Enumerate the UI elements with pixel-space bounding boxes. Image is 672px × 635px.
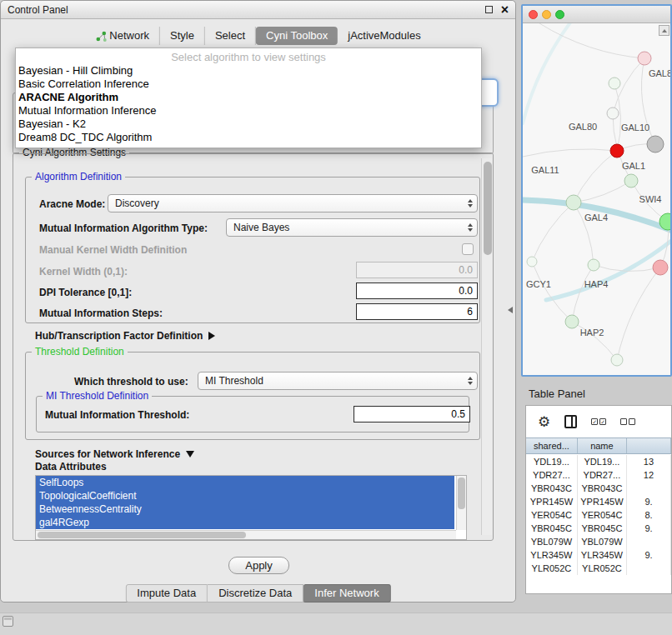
network-edge[interactable] <box>574 151 617 202</box>
algorithm-popup-list: Bayesian - Hill ClimbingBasic Correlatio… <box>16 64 481 144</box>
which-threshold-value: MI Threshold <box>205 375 464 387</box>
table-row[interactable]: YBR045CYBR045C9. <box>526 522 671 535</box>
algorithm-popup-item[interactable]: ARACNE Algorithm <box>16 91 481 104</box>
algorithm-popup-item[interactable]: Basic Correlation Inference <box>16 78 481 91</box>
manual-kernel-label: Manual Kernel Width Definition <box>39 244 187 256</box>
mi-threshold-group: MI Threshold Definition Mutual Informati… <box>36 396 469 432</box>
network-node[interactable] <box>527 257 537 267</box>
zoom-traffic-light-icon[interactable] <box>555 10 564 19</box>
tab-style[interactable]: Style <box>160 27 205 45</box>
scrollbar-thumb[interactable] <box>458 478 465 509</box>
network-edge[interactable] <box>532 202 574 262</box>
apply-button[interactable]: Apply <box>228 557 289 574</box>
panel-splitter-collapse-icon[interactable] <box>508 307 513 313</box>
mi-threshold-field[interactable]: 0.5 <box>354 406 470 422</box>
kernel-width-field[interactable]: 0.0 <box>356 262 478 278</box>
network-node[interactable] <box>607 108 619 119</box>
which-threshold-select[interactable]: MI Threshold <box>198 372 478 390</box>
sources-toggle[interactable]: Sources for Network Inference <box>35 446 194 461</box>
select-all-icon[interactable]: ✓✓ <box>591 418 606 425</box>
network-node[interactable] <box>610 144 624 158</box>
minimized-panel-icon[interactable] <box>3 616 13 627</box>
attribute-item[interactable]: BetweennessCentrality <box>36 502 454 516</box>
minimize-traffic-light-icon[interactable] <box>542 10 551 19</box>
expand-down-icon <box>186 451 194 458</box>
table-cell: YDL19... <box>578 455 627 468</box>
network-node[interactable] <box>638 52 651 65</box>
mi-steps-field[interactable]: 6 <box>356 303 478 320</box>
network-window-titlebar[interactable] <box>523 6 670 23</box>
network-edge[interactable] <box>532 262 572 322</box>
column-selector-icon[interactable] <box>564 415 577 428</box>
attribute-item[interactable]: SelfLoops <box>36 476 454 489</box>
manual-kernel-checkbox[interactable] <box>462 243 474 255</box>
network-edge[interactable] <box>574 181 631 202</box>
algorithm-popup-item[interactable]: Mutual Information Inference <box>16 104 481 118</box>
column-header-name[interactable]: name <box>578 438 627 453</box>
tab-select[interactable]: Select <box>205 27 256 45</box>
algorithm-popup-item[interactable]: Bayesian - K2 <box>16 118 481 131</box>
network-node[interactable] <box>588 259 599 271</box>
network-node[interactable] <box>624 174 638 188</box>
network-edge[interactable] <box>539 23 644 58</box>
network-node[interactable] <box>566 195 581 210</box>
column-header-shared-name[interactable]: shared... <box>526 438 578 453</box>
control-panel-title: Control Panel <box>8 4 68 16</box>
scroll-up-button[interactable] <box>659 25 669 36</box>
close-icon[interactable]: × <box>501 4 509 16</box>
attributes-horizontal-scrollbar[interactable] <box>36 530 456 539</box>
network-canvas[interactable]: GAL8GAL80GAL10GAL11GAL1SWI4GAL4GCY1HAP4H… <box>523 23 670 375</box>
network-node-label: SWI4 <box>639 194 662 204</box>
tab-impute-data[interactable]: Impute Data <box>125 584 208 602</box>
network-edge[interactable] <box>617 268 660 360</box>
attribute-item[interactable]: gal4RGexp <box>36 516 454 529</box>
network-node[interactable] <box>611 354 623 366</box>
float-window-icon[interactable] <box>485 6 493 13</box>
table-row[interactable]: YDL19...YDL19...13 <box>526 455 671 468</box>
attributes-vertical-scrollbar[interactable] <box>456 476 466 530</box>
table-cell: YLR052C <box>578 562 627 575</box>
tab-jactivemodules[interactable]: jActiveModules <box>338 27 430 45</box>
tab-cyni-toolbox[interactable]: Cyni Toolbox <box>256 27 338 45</box>
table-row[interactable]: YDR27...YDR27...12 <box>526 468 671 482</box>
close-traffic-light-icon[interactable] <box>529 10 538 19</box>
tab-network[interactable]: Network <box>85 27 160 45</box>
column-header-extra[interactable] <box>627 438 671 453</box>
data-attributes-list[interactable]: SelfLoopsTopologicalCoefficientBetweenne… <box>35 475 467 540</box>
attribute-item[interactable]: TopologicalCoefficient <box>36 489 454 502</box>
network-edge[interactable] <box>523 23 573 123</box>
settings-vertical-scrollbar[interactable] <box>481 158 492 535</box>
threshold-definition-group: Threshold Definition Which threshold to … <box>25 352 480 440</box>
network-node[interactable] <box>653 260 668 275</box>
table-header-row: shared... name <box>526 438 671 454</box>
scrollbar-thumb[interactable] <box>38 532 246 538</box>
scrollbar-thumb[interactable] <box>484 162 492 255</box>
tab-infer-network[interactable]: Infer Network <box>303 584 390 602</box>
gear-icon[interactable]: ⚙ <box>538 415 550 429</box>
mi-type-select[interactable]: Naive Bayes <box>226 218 478 237</box>
control-panel-titlebar[interactable]: Control Panel × <box>1 1 515 19</box>
network-node[interactable] <box>565 315 579 328</box>
table-row[interactable]: YER054CYER054C8. <box>526 508 671 522</box>
table-row[interactable]: YPR145WYPR145W9. <box>526 495 671 508</box>
network-edge[interactable] <box>523 149 617 157</box>
table-row[interactable]: YLR345WYLR345W9. <box>526 548 671 562</box>
dpi-tolerance-field[interactable]: 0.0 <box>356 282 478 299</box>
control-panel-tabbar: Network Style Select Cyni Toolbox jActiv… <box>85 26 430 46</box>
network-node[interactable] <box>647 136 664 152</box>
hub-definition-toggle[interactable]: Hub/Transcription Factor Definition <box>35 328 215 342</box>
table-row[interactable]: YBR043CYBR043C <box>526 482 671 495</box>
network-node[interactable] <box>609 78 620 89</box>
deselect-all-icon[interactable] <box>620 418 635 425</box>
tab-discretize-data[interactable]: Discretize Data <box>208 584 303 602</box>
kernel-width-label: Kernel Width (0,1): <box>39 266 128 278</box>
network-node-label: GAL10 <box>621 122 649 132</box>
algorithm-popup-item[interactable]: Dream8 DC_TDC Algorithm <box>16 131 481 144</box>
table-row[interactable]: YLR052CYLR052C <box>526 562 671 575</box>
aracne-mode-select[interactable]: Discovery <box>108 194 478 212</box>
table-row[interactable]: YBL079WYBL079W <box>526 535 671 548</box>
data-attributes-label: Data Attributes <box>35 461 107 472</box>
mi-threshold-legend: MI Threshold Definition <box>43 390 152 402</box>
table-cell <box>627 562 671 575</box>
algorithm-popup-item[interactable]: Bayesian - Hill Climbing <box>16 64 481 78</box>
